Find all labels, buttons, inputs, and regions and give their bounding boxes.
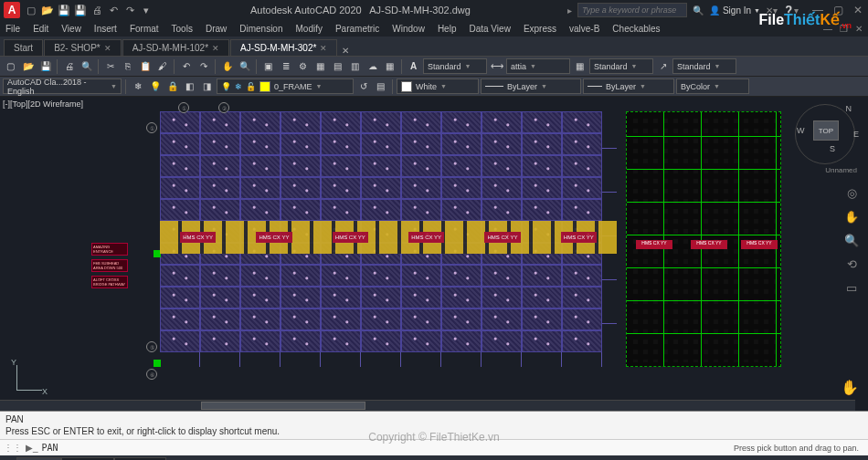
preview-icon[interactable]: 🔍 <box>79 58 94 74</box>
maximize-button[interactable]: ▢ <box>831 4 844 16</box>
plotstyle-dropdown[interactable]: ByColor▼ <box>676 78 749 94</box>
plot-icon[interactable]: 🖨 <box>90 3 104 17</box>
cut-icon[interactable]: ✂ <box>102 58 118 74</box>
save-file-icon[interactable]: 💾 <box>37 58 53 74</box>
command-handle-icon[interactable]: ⋮⋮ <box>4 443 22 453</box>
undo-icon[interactable]: ↶ <box>106 3 121 17</box>
compass-w[interactable]: W <box>797 126 805 135</box>
exchange-icon[interactable]: ✕▾ <box>766 5 778 16</box>
showmotion-icon[interactable]: ▭ <box>842 278 861 297</box>
mleader-icon[interactable]: ↗ <box>655 58 671 74</box>
layer-state-icon[interactable]: ▤ <box>373 78 388 94</box>
redo-icon[interactable]: ↷ <box>122 3 137 17</box>
doctab-start[interactable]: Start <box>4 39 43 56</box>
menu-insert[interactable]: Insert <box>94 24 117 34</box>
doctab-102[interactable]: AJ-SD-M-MH-102*✕ <box>122 39 229 56</box>
doctab-b2shop[interactable]: B2- SHOP*✕ <box>44 39 122 56</box>
viewcube-face[interactable]: TOP <box>813 120 839 141</box>
close-icon[interactable]: ✕ <box>212 44 219 53</box>
menu-checkables[interactable]: Checkables <box>612 24 660 34</box>
doctab-302[interactable]: AJ-SD-M-MH-302*✕ <box>230 39 337 56</box>
linetype-dropdown[interactable]: ByLayer▼ <box>481 78 581 94</box>
lineweight-dropdown[interactable]: ByLayer▼ <box>583 78 674 94</box>
layout-tab-model[interactable]: Model <box>16 457 61 461</box>
tool-palette-icon[interactable]: ▤ <box>330 58 345 74</box>
ucs-icon[interactable]: Y X <box>13 361 49 398</box>
close-button[interactable]: ✕ <box>852 4 864 16</box>
menu-tools[interactable]: Tools <box>172 24 193 34</box>
menu-view[interactable]: View <box>61 24 81 34</box>
block-icon[interactable]: ▣ <box>260 58 276 74</box>
doc-minimize-button[interactable]: — <box>823 24 832 34</box>
layer-dropdown[interactable]: 💡❄🔓 0_FRAME▼ <box>217 78 354 94</box>
pan-tool-icon[interactable]: ✋ <box>842 207 861 225</box>
signin-button[interactable]: 👤 Sign In ▼ <box>709 5 760 16</box>
search-arrow-icon[interactable]: ▸ <box>567 5 572 16</box>
viewcube-state[interactable]: Unnamed <box>825 166 857 174</box>
menu-modify[interactable]: Modify <box>296 24 323 34</box>
horizontal-scrollbar[interactable] <box>0 400 855 411</box>
layer-icon[interactable]: ≣ <box>278 58 293 74</box>
textstyle-dropdown[interactable]: AutoCAD Cla...2018 - English▼ <box>3 78 122 94</box>
compass-n[interactable]: N <box>846 104 852 113</box>
command-history[interactable]: PAN Press ESC or ENTER to exit, or right… <box>0 412 868 439</box>
layer-match-icon[interactable]: ◨ <box>199 78 215 94</box>
grip-handle[interactable] <box>153 360 161 367</box>
sheet-set-icon[interactable]: ▥ <box>347 58 363 74</box>
viewport-label[interactable]: [-][Top][2D Wireframe] <box>3 99 83 109</box>
dim-icon[interactable]: ⟷ <box>489 58 504 74</box>
table-icon[interactable]: ▦ <box>572 58 587 74</box>
compass-e[interactable]: E <box>853 130 859 139</box>
search-icon[interactable]: 🔍 <box>693 5 704 16</box>
annostyle-dropdown[interactable]: Standard▼ <box>672 58 736 74</box>
save-icon[interactable]: 💾 <box>57 3 71 17</box>
menu-parametric[interactable]: Parametric <box>335 24 379 34</box>
color-dropdown[interactable]: White▼ <box>397 78 479 94</box>
layer-freeze-icon[interactable]: ❄ <box>130 78 145 94</box>
doc-restore-button[interactable]: ❐ <box>840 24 848 34</box>
paste-icon[interactable]: 📋 <box>137 58 153 74</box>
dimstyle-dropdown[interactable]: Standard▼ <box>423 58 487 74</box>
open-icon[interactable]: 📂 <box>40 3 55 17</box>
command-input[interactable]: PAN <box>42 443 730 453</box>
search-input[interactable] <box>577 3 687 17</box>
copy-icon[interactable]: ⎘ <box>120 58 135 74</box>
layer-off-icon[interactable]: 💡 <box>147 78 163 94</box>
undo-icon[interactable]: ↶ <box>178 58 194 74</box>
mtext-icon[interactable]: A <box>406 58 421 74</box>
layer-iso-icon[interactable]: ◧ <box>182 78 197 94</box>
menu-help[interactable]: Help <box>438 24 457 34</box>
new-icon[interactable]: ▢ <box>24 3 38 17</box>
zoom-icon[interactable]: 🔍 <box>237 58 252 74</box>
open-file-icon[interactable]: 📂 <box>20 58 36 74</box>
steering-wheel-icon[interactable]: ◎ <box>842 183 861 202</box>
viewcube[interactable]: N E S W TOP Unnamed <box>793 102 857 166</box>
close-icon[interactable]: ✕ <box>104 44 111 53</box>
minimize-button[interactable]: — <box>811 4 824 16</box>
zoom-tool-icon[interactable]: 🔍 <box>842 231 861 249</box>
command-chevron-icon[interactable]: ▶_ <box>26 443 38 453</box>
plot-icon[interactable]: 🖨 <box>61 58 77 74</box>
menu-file[interactable]: File <box>5 24 20 34</box>
matchprop-icon[interactable]: 🖌 <box>154 58 170 74</box>
design-center-icon[interactable]: ▦ <box>312 58 328 74</box>
menu-format[interactable]: Format <box>130 24 159 34</box>
pan-icon[interactable]: ✋ <box>219 58 235 74</box>
new-file-icon[interactable]: ▢ <box>3 58 18 74</box>
layer-prev-icon[interactable]: ↺ <box>355 78 371 94</box>
menu-dataview[interactable]: Data View <box>469 24 510 34</box>
doc-close-button[interactable]: ✕ <box>855 24 863 34</box>
help-icon[interactable]: ❔▾ <box>783 5 799 16</box>
tablestyle-dropdown[interactable]: attia▼ <box>506 58 570 74</box>
menu-dimension[interactable]: Dimension <box>239 24 282 34</box>
properties-icon[interactable]: ⚙ <box>295 58 311 74</box>
menu-valveb[interactable]: valve-B <box>569 24 599 34</box>
app-logo[interactable]: A <box>4 2 20 18</box>
layout-tab-layout2[interactable]: Layout2 <box>114 457 167 461</box>
compass-s[interactable]: S <box>830 144 835 153</box>
layout-tab-layout1[interactable]: Layout1 <box>61 457 114 461</box>
menu-draw[interactable]: Draw <box>206 24 227 34</box>
close-icon[interactable]: ✕ <box>320 44 327 53</box>
orbit-tool-icon[interactable]: ⟲ <box>842 255 861 273</box>
drawing-area[interactable]: [-][Top][2D Wireframe] HMS CX YY HMS CX … <box>0 97 868 411</box>
